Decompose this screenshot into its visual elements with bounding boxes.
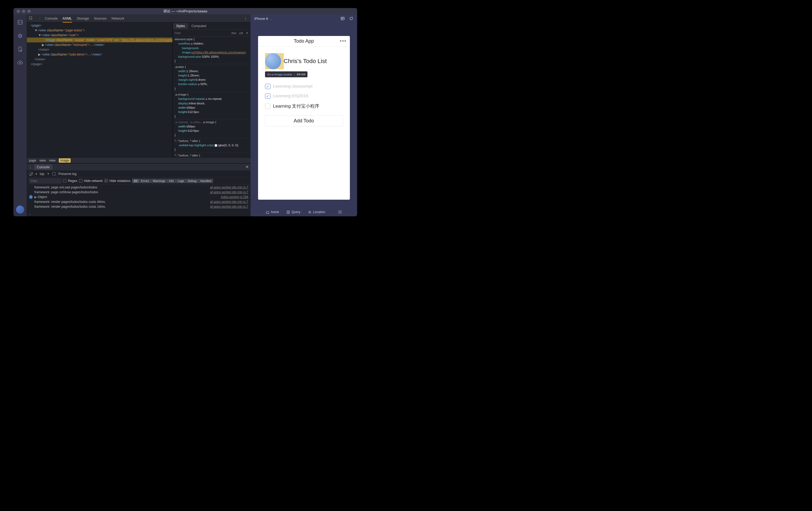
drawer-tab-console[interactable]: Console <box>34 164 52 170</box>
add-rule-icon[interactable]: ＋ <box>245 31 249 35</box>
devtools-panel: Console AXML Storage Sources Network ⋮ <… <box>27 14 251 216</box>
device-select[interactable]: iPhone 6 <box>254 17 268 21</box>
inspect-icon[interactable] <box>29 17 33 21</box>
svg-rect-9 <box>339 211 340 212</box>
level-errors[interactable]: Errors <box>139 179 151 183</box>
phone-frame: Todo App ••• Chris's Todo List div.a-ima… <box>258 36 350 200</box>
simulator-panel: iPhone 6 ⌄ Todo App ••• <box>251 14 357 216</box>
user-avatar[interactable] <box>265 53 281 69</box>
selected-element[interactable]: <image className="avatar" mode="scaleToF… <box>27 37 172 42</box>
level-warnings[interactable]: Warnings <box>151 179 167 183</box>
console-row[interactable]: i▶ Objectindex.worker.js:266 <box>27 194 251 200</box>
simulator-toolbar: iPhone 6 ⌄ <box>251 14 357 23</box>
level-logs[interactable]: Logs <box>176 179 186 183</box>
debug-icon[interactable] <box>17 33 23 39</box>
devtools-more-icon[interactable]: ⋮ <box>243 17 249 21</box>
svg-point-8 <box>309 212 310 212</box>
level-info[interactable]: Info <box>167 179 176 183</box>
crumb-view1[interactable]: view <box>39 159 46 162</box>
user-row: Chris's Todo List div.a-image.avatar | 6… <box>265 53 343 70</box>
preserve-log-checkbox[interactable] <box>52 172 56 176</box>
styles-tabs: Styles Computed <box>173 23 251 30</box>
console-row[interactable]: framework: render pages/todos/todos cost… <box>27 200 251 204</box>
todo-checkbox[interactable] <box>265 103 270 109</box>
list-heading: Chris's Todo List <box>284 58 327 65</box>
footer-home[interactable]: home <box>266 210 279 214</box>
drawer-close-icon[interactable]: ✕ <box>245 164 249 169</box>
console-row[interactable]: framework: page onShow pages/todos/todos… <box>27 190 251 194</box>
footer-grid-icon[interactable] <box>338 210 342 214</box>
styles-filter-input[interactable] <box>175 31 229 35</box>
crumb-page[interactable]: page <box>29 159 36 162</box>
crumb-view2[interactable]: view <box>49 159 56 162</box>
tab-styles[interactable]: Styles <box>173 23 188 29</box>
preserve-log-label: Preserve log <box>59 172 77 176</box>
hide-network-checkbox[interactable] <box>79 179 82 182</box>
console-row[interactable]: framework: page onLoad pages/todos/todos… <box>27 185 251 190</box>
context-caret-icon[interactable]: ▼ <box>47 172 50 175</box>
svg-rect-6 <box>287 211 290 213</box>
tab-storage[interactable]: Storage <box>77 15 89 22</box>
svg-rect-11 <box>339 212 340 213</box>
styles-pane: Styles Computed :hov .cls ＋ element.styl… <box>173 23 251 157</box>
sim-grid-icon[interactable] <box>341 17 345 21</box>
titlebar: 调试 — ~/AntProjects/aaaaa <box>13 8 357 14</box>
svg-rect-10 <box>340 211 341 212</box>
editor-icon[interactable] <box>17 19 23 25</box>
hide-violations-label: Hide violations <box>110 179 130 183</box>
cls-toggle[interactable]: .cls <box>239 31 243 35</box>
todo-checkbox[interactable]: ✓ <box>265 93 270 99</box>
context-top[interactable]: top <box>40 172 44 176</box>
level-handled[interactable]: Handled <box>198 179 213 183</box>
devtools-tabs: Console AXML Storage Sources Network ⋮ <box>27 14 251 23</box>
todo-list: ✓Learning Javascript✓Learning ES2016Lear… <box>265 84 343 109</box>
app-more-icon[interactable]: ••• <box>340 38 347 44</box>
app-window: 调试 — ~/AntProjects/aaaaa Console AXML St… <box>13 8 357 216</box>
avatar-highlight <box>265 53 284 69</box>
todo-label: Learning Javascript <box>273 84 313 89</box>
tab-computed[interactable]: Computed <box>188 23 209 29</box>
elements-tree[interactable]: <page> ▼<view className="page-todos"> ▼<… <box>27 23 173 157</box>
console-filter-input[interactable] <box>29 178 61 183</box>
clear-console-icon[interactable] <box>29 172 33 176</box>
cloud-upload-icon[interactable] <box>17 60 23 65</box>
user-avatar-rail[interactable] <box>16 206 24 214</box>
elements-breadcrumb: page view view image <box>27 157 251 163</box>
footer-location[interactable]: Location <box>308 210 325 214</box>
styles-body[interactable]: element.style {overflow:▶hidden;backgrou… <box>173 36 251 157</box>
regex-checkbox[interactable] <box>63 179 66 182</box>
crumb-image[interactable]: image <box>59 158 71 163</box>
todo-item[interactable]: ✓Learning Javascript <box>265 84 343 89</box>
todo-checkbox[interactable]: ✓ <box>265 84 270 89</box>
add-todo-button[interactable]: Add Todo <box>265 115 343 126</box>
svg-rect-12 <box>340 212 341 213</box>
todo-item[interactable]: ✓Learning ES2016 <box>265 93 343 99</box>
tab-axml[interactable]: AXML <box>63 15 72 23</box>
drawer-more-icon[interactable]: ⋮ <box>28 165 32 169</box>
hide-violations-checkbox[interactable] <box>105 179 108 182</box>
level-debug[interactable]: Debug <box>186 179 198 183</box>
todo-item[interactable]: Learning 支付宝小程序 <box>265 103 343 109</box>
console-output[interactable]: framework: page onLoad pages/todos/todos… <box>27 184 251 212</box>
tab-console[interactable]: Console <box>45 15 58 22</box>
tab-sources[interactable]: Sources <box>94 15 107 22</box>
sim-reload-icon[interactable] <box>349 17 353 21</box>
device-icon[interactable] <box>17 46 23 52</box>
console-prompt[interactable]: › <box>27 212 251 216</box>
console-row[interactable]: framework: render pages/todos/todos cost… <box>27 204 251 209</box>
svg-rect-5 <box>341 17 344 20</box>
app-title: Todo App <box>294 38 314 44</box>
app-titlebar: Todo App ••• <box>258 36 350 47</box>
filter-funnel-icon[interactable]: ▾ <box>35 172 37 176</box>
styles-filter-bar: :hov .cls ＋ <box>173 30 251 36</box>
tab-network[interactable]: Network <box>111 15 124 22</box>
svg-rect-2 <box>19 47 21 52</box>
level-all[interactable]: All <box>132 179 139 183</box>
hov-toggle[interactable]: :hov <box>231 31 237 35</box>
svg-point-1 <box>19 35 21 37</box>
traffic-lights[interactable] <box>17 10 31 13</box>
footer-query[interactable]: Query <box>287 210 300 214</box>
todo-label: Learning 支付宝小程序 <box>273 103 320 109</box>
hide-network-label: Hide network <box>84 179 103 183</box>
device-caret-icon[interactable]: ⌄ <box>270 17 272 20</box>
